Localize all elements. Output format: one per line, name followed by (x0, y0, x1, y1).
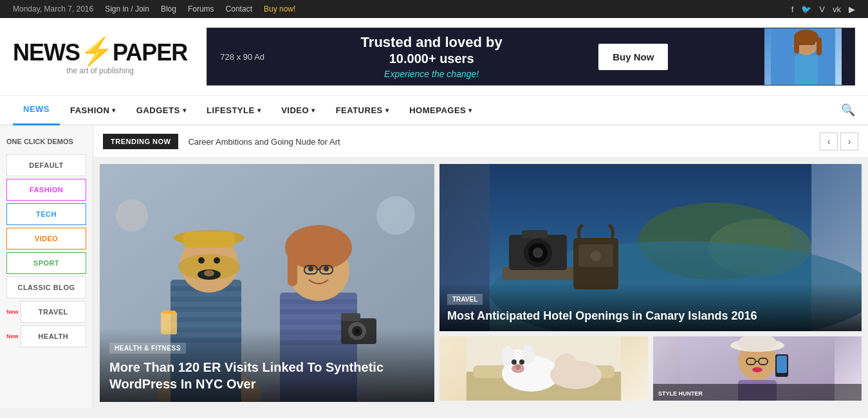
sidebar-item-default[interactable]: DEFAULT (6, 154, 86, 176)
svg-rect-28 (162, 311, 176, 314)
date-display: Monday, March 7, 2016 (13, 5, 93, 14)
sidebar-item-classic[interactable]: CLASSIC BLOG (6, 277, 86, 298)
ad-buy-button[interactable]: Buy Now (598, 44, 668, 70)
facebook-icon[interactable]: f (791, 5, 794, 14)
new-badge-health: New (6, 333, 19, 340)
svg-rect-49 (341, 313, 360, 321)
nav-homepages[interactable]: HOMEPAGES ▾ (399, 95, 483, 125)
nav-lifestyle[interactable]: LIFESTYLE ▾ (196, 95, 271, 125)
nav-fashion[interactable]: FASHION ▾ (60, 95, 126, 125)
chevron-down-icon: ▾ (112, 107, 116, 114)
dog-image (439, 336, 648, 401)
top-bar: Monday, March 7, 2016 Sign in / Join Blo… (0, 0, 868, 18)
svg-rect-2 (795, 55, 818, 86)
social-icons: f 🐦 V vk ▶ (791, 5, 855, 14)
svg-point-75 (515, 365, 521, 370)
trending-nav: ‹ › (820, 132, 858, 150)
ad-size-text: 728 x 90 Ad (220, 52, 264, 62)
svg-point-85 (752, 367, 762, 372)
trending-label: TRENDING NOW (103, 134, 178, 149)
sidebar-item-health[interactable]: HEALTH (21, 325, 86, 347)
chevron-down-icon: ▾ (468, 107, 472, 114)
sidebar-item-travel[interactable]: TRAVEL (21, 301, 86, 323)
svg-rect-38 (288, 248, 297, 286)
nav-video[interactable]: VIDEO ▾ (271, 95, 325, 125)
svg-point-24 (214, 257, 220, 264)
navigation: NEWS FASHION ▾ GADGETS ▾ LIFESTYLE ▾ VID… (0, 95, 868, 126)
sidebar-item-sport[interactable]: SPORT (6, 252, 86, 274)
vk-icon[interactable]: vk (833, 5, 841, 14)
nav-fashion-label: FASHION (70, 105, 109, 115)
chevron-down-icon: ▾ (385, 107, 389, 114)
article-side-bottom: STYLE HUNTER (439, 336, 862, 401)
svg-rect-87 (777, 356, 787, 373)
sidebar-travel-row: New TRAVEL (6, 301, 86, 323)
svg-rect-21 (183, 232, 235, 248)
nav-news[interactable]: NEWS (13, 95, 60, 125)
sidebar-health-row: New HEALTH (6, 325, 86, 347)
svg-rect-15 (171, 307, 241, 312)
vimeo-icon[interactable]: V (819, 5, 825, 14)
svg-rect-8 (794, 37, 799, 53)
chevron-down-icon: ▾ (183, 107, 187, 114)
logo-tagline: the art of publishing (13, 66, 187, 75)
sidebar-item-video[interactable]: VIDEO (6, 228, 86, 250)
svg-rect-9 (817, 37, 822, 55)
top-bar-left: Monday, March 7, 2016 Sign in / Join Blo… (13, 5, 295, 14)
svg-point-23 (198, 257, 205, 264)
articles-grid: HEALTH & FITNESS More Than 120 ER Visits… (93, 158, 868, 408)
thumb-overlay-woman: STYLE HUNTER (653, 384, 862, 401)
svg-rect-39 (314, 235, 343, 264)
svg-point-44 (324, 266, 329, 271)
articles-list: HEALTH & FITNESS More Than 120 ER Visits… (100, 164, 862, 402)
ad-banner: 728 x 90 Ad Trusted and loved by 10.000+… (207, 28, 855, 86)
svg-point-64 (591, 251, 601, 261)
trending-prev-button[interactable]: ‹ (820, 132, 838, 150)
sidebar-title: One click demos (0, 126, 93, 152)
thumb-category-woman: STYLE HUNTER (658, 390, 703, 397)
sidebar-item-fashion[interactable]: FASHION (6, 179, 86, 201)
chevron-down-icon: ▾ (311, 107, 315, 114)
svg-point-77 (555, 354, 578, 377)
side-article-title: Most Anticipated Hotel Openings in Canar… (447, 309, 854, 323)
site-logo: NEWS⚡PAPER (13, 38, 187, 65)
twitter-icon[interactable]: 🐦 (801, 5, 811, 14)
svg-rect-14 (171, 296, 241, 302)
blog-link[interactable]: Blog (161, 5, 176, 14)
svg-point-43 (308, 266, 313, 271)
ad-middle-text: Trusted and loved by 10.000+ users Exper… (361, 34, 503, 78)
side-article-category: TRAVEL (447, 294, 483, 305)
svg-point-26 (204, 270, 214, 277)
logo-icon: ⚡ (80, 36, 113, 66)
contact-link[interactable]: Contact (226, 5, 252, 14)
nav-features-label: FEATURES (336, 105, 383, 115)
sidebar: One click demos DEFAULT FASHION TECH VID… (0, 126, 93, 408)
article-side-top[interactable]: TRAVEL Most Anticipated Hotel Openings i… (439, 164, 862, 331)
nav-features[interactable]: FEATURES ▾ (326, 95, 400, 125)
article-main-title: More Than 120 ER Visits Linked To Synthe… (109, 359, 425, 392)
forums-link[interactable]: Forums (188, 5, 214, 14)
nav-news-label: NEWS (23, 104, 50, 114)
article-main-overlay: HEALTH & FITNESS More Than 120 ER Visits… (100, 329, 434, 402)
svg-point-72 (512, 359, 517, 365)
logo-paper: PAPER (113, 39, 187, 66)
svg-point-51 (116, 199, 148, 232)
svg-point-73 (519, 359, 524, 365)
trending-next-button[interactable]: › (840, 132, 858, 150)
article-thumb-woman[interactable]: STYLE HUNTER (653, 336, 862, 401)
nav-lifestyle-label: LIFESTYLE (207, 105, 255, 115)
ad-experience: Experience the change! (361, 69, 503, 79)
buy-link[interactable]: Buy now! (264, 5, 295, 14)
sidebar-item-tech[interactable]: TECH (6, 203, 86, 225)
search-button[interactable]: 🔍 (841, 103, 855, 117)
article-main[interactable]: HEALTH & FITNESS More Than 120 ER Visits… (100, 164, 434, 402)
trending-text: Career Ambitions and Going Nude for Art (188, 137, 810, 147)
nav-gadgets-label: GADGETS (136, 105, 180, 115)
signin-link[interactable]: Sign in / Join (105, 5, 149, 14)
content-wrapper: One click demos DEFAULT FASHION TECH VID… (0, 126, 868, 408)
ad-size-label: 728 x 90 Ad (220, 52, 264, 62)
article-thumb-dog[interactable] (439, 336, 648, 401)
nav-gadgets[interactable]: GADGETS ▾ (126, 95, 196, 125)
youtube-icon[interactable]: ▶ (849, 5, 855, 14)
logo-area[interactable]: NEWS⚡PAPER the art of publishing (13, 38, 187, 75)
